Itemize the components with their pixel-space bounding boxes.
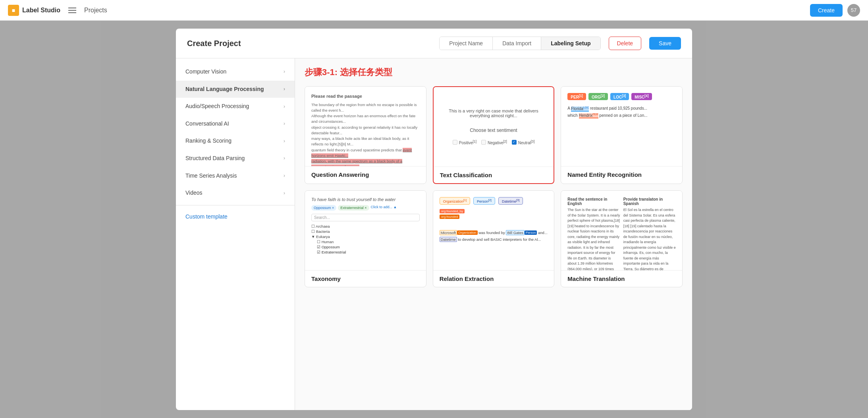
page-title: Projects (84, 7, 804, 14)
avatar: 57 (847, 4, 860, 17)
create-button[interactable]: Create (810, 4, 843, 17)
app-name: Label Studio (22, 7, 60, 14)
topbar: ■ Label Studio Projects Create 57 (0, 0, 868, 21)
topbar-right: Create 57 (810, 4, 860, 17)
logo: ■ Label Studio (8, 5, 60, 16)
logo-icon: ■ (8, 5, 19, 16)
hamburger-menu[interactable] (67, 6, 78, 15)
